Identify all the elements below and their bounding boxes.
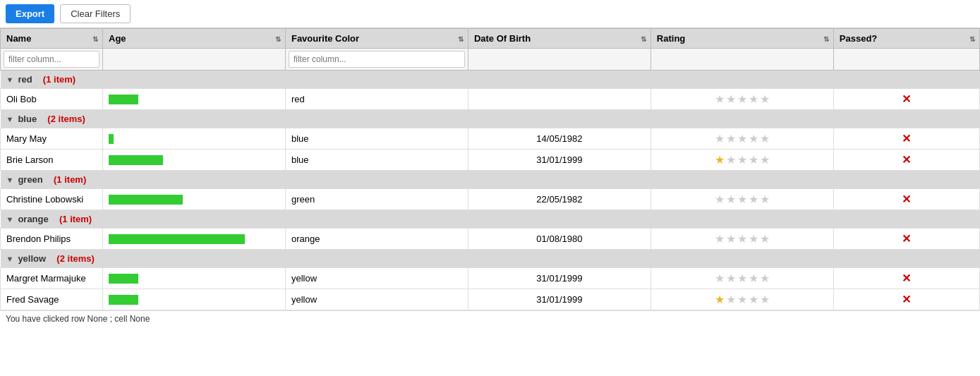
star-icon[interactable]: ★ (726, 153, 736, 166)
star-icon[interactable]: ★ (737, 153, 747, 166)
sort-icon-age[interactable]: ⇅ (275, 35, 281, 42)
cell-passed: ✕ (833, 189, 979, 210)
star-icon[interactable]: ★ (749, 92, 758, 106)
filter-row (1, 49, 980, 71)
star-icon[interactable]: ★ (715, 132, 725, 145)
group-row[interactable]: ▼blue (2 items) (1, 110, 980, 128)
star-icon[interactable]: ★ (715, 293, 725, 306)
star-icon[interactable]: ★ (715, 232, 725, 245)
star-icon[interactable]: ★ (715, 272, 725, 285)
cell-age (103, 289, 286, 310)
group-label: green (18, 174, 42, 185)
name-filter-input[interactable] (4, 51, 99, 68)
group-row[interactable]: ▼orange (1 item) (1, 210, 980, 229)
star-icon[interactable]: ★ (749, 232, 758, 245)
star-icon[interactable]: ★ (726, 293, 736, 306)
x-mark-icon: ✕ (840, 272, 974, 285)
cell-rating[interactable]: ★★★★★ (651, 268, 833, 289)
star-icon[interactable]: ★ (737, 272, 747, 285)
table-row[interactable]: Brendon Philipsorange01/08/1980★★★★★✕ (1, 229, 980, 250)
clear-filters-button[interactable]: Clear Filters (60, 4, 131, 23)
star-icon[interactable]: ★ (749, 132, 758, 145)
cell-rating[interactable]: ★★★★★ (651, 229, 833, 250)
col-label-name: Name (6, 33, 31, 44)
cell-age (103, 89, 286, 110)
sort-icon-rating[interactable]: ⇅ (823, 35, 829, 42)
group-row[interactable]: ▼red (1 item) (1, 71, 980, 89)
table-row[interactable]: Margret Marmajukeyellow31/01/1999★★★★★✕ (1, 268, 980, 289)
col-header-dob[interactable]: Date Of Birth ⇅ (468, 29, 651, 49)
sort-icon-dob[interactable]: ⇅ (641, 35, 646, 42)
sort-icon-color[interactable]: ⇅ (458, 35, 464, 42)
star-icon[interactable]: ★ (749, 272, 758, 285)
star-icon[interactable]: ★ (760, 293, 770, 306)
star-icon[interactable]: ★ (760, 132, 770, 145)
col-header-name[interactable]: Name ⇅ (1, 29, 103, 49)
star-icon[interactable]: ★ (737, 293, 747, 306)
star-icon[interactable]: ★ (737, 92, 747, 106)
chevron-icon: ▼ (6, 115, 14, 123)
star-icon[interactable]: ★ (760, 92, 770, 106)
star-icon[interactable]: ★ (726, 92, 736, 106)
cell-name: Mary May (1, 128, 103, 150)
star-icon[interactable]: ★ (726, 272, 736, 285)
star-icon[interactable]: ★ (737, 193, 747, 206)
table-row[interactable]: Mary Mayblue14/05/1982★★★★★✕ (1, 128, 980, 150)
star-icon[interactable]: ★ (749, 293, 758, 306)
sort-icon-passed[interactable]: ⇅ (969, 35, 975, 42)
col-label-passed: Passed? (840, 33, 877, 44)
group-row[interactable]: ▼green (1 item) (1, 171, 980, 189)
star-icon[interactable]: ★ (715, 193, 725, 206)
star-icon[interactable]: ★ (726, 132, 736, 145)
cell-rating[interactable]: ★★★★★ (651, 128, 833, 150)
star-icon[interactable]: ★ (749, 153, 758, 166)
table-row[interactable]: Oli Bobred★★★★★✕ (1, 89, 980, 110)
group-label: yellow (18, 253, 46, 264)
cell-rating[interactable]: ★★★★★ (651, 150, 833, 171)
group-row[interactable]: ▼yellow (2 items) (1, 250, 980, 268)
col-header-passed[interactable]: Passed? ⇅ (833, 29, 979, 49)
cell-color: yellow (285, 289, 468, 310)
star-icon[interactable]: ★ (760, 232, 770, 245)
cell-rating[interactable]: ★★★★★ (651, 89, 833, 110)
cell-passed: ✕ (833, 150, 979, 171)
star-icon[interactable]: ★ (737, 232, 747, 245)
star-icon[interactable]: ★ (760, 272, 770, 285)
export-button[interactable]: Export (6, 4, 54, 23)
cell-color: blue (285, 150, 468, 171)
cell-rating[interactable]: ★★★★★ (651, 189, 833, 210)
star-icon[interactable]: ★ (749, 193, 758, 206)
star-icon[interactable]: ★ (760, 153, 770, 166)
cell-dob: 22/05/1982 (468, 189, 651, 210)
group-label: red (18, 74, 32, 85)
star-icon[interactable]: ★ (726, 232, 736, 245)
table-row[interactable]: Christine Lobowskigreen22/05/1982★★★★★✕ (1, 189, 980, 210)
filter-cell-age (103, 49, 286, 71)
filter-cell-rating (651, 49, 833, 71)
col-header-color[interactable]: Favourite Color ⇅ (285, 29, 468, 49)
star-icon[interactable]: ★ (715, 92, 725, 106)
header-row: Name ⇅ Age ⇅ Favourite Color ⇅ Date Of B… (1, 29, 980, 49)
status-bar: You have clicked row None ; cell None (0, 310, 980, 327)
grid-container: Name ⇅ Age ⇅ Favourite Color ⇅ Date Of B… (0, 28, 980, 310)
star-icon[interactable]: ★ (715, 153, 725, 166)
x-mark-icon: ✕ (840, 153, 974, 166)
cell-rating[interactable]: ★★★★★ (651, 289, 833, 310)
star-icon[interactable]: ★ (737, 132, 747, 145)
x-mark-icon: ✕ (840, 293, 974, 306)
chevron-icon: ▼ (6, 75, 14, 84)
toolbar: Export Clear Filters (0, 0, 980, 28)
star-icon[interactable]: ★ (726, 193, 736, 206)
table-row[interactable]: Fred Savageyellow31/01/1999★★★★★✕ (1, 289, 980, 310)
col-header-rating[interactable]: Rating ⇅ (651, 29, 833, 49)
chevron-icon: ▼ (6, 255, 14, 263)
color-filter-input[interactable] (289, 51, 465, 68)
table-row[interactable]: Brie Larsonblue31/01/1999★★★★★✕ (1, 150, 980, 171)
cell-passed: ✕ (833, 89, 979, 110)
star-icon[interactable]: ★ (760, 193, 770, 206)
col-header-age[interactable]: Age ⇅ (103, 29, 286, 49)
cell-name: Christine Lobowski (1, 189, 103, 210)
sort-icon-name[interactable]: ⇅ (92, 35, 98, 42)
group-count: (1 item) (54, 214, 92, 224)
data-table: Name ⇅ Age ⇅ Favourite Color ⇅ Date Of B… (0, 28, 980, 310)
